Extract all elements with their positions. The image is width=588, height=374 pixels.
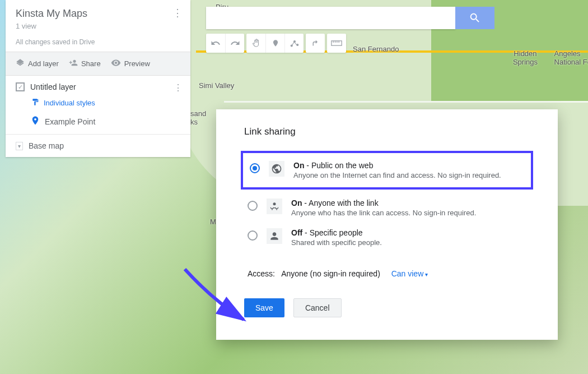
map-label-m: M xyxy=(210,218,216,226)
person-icon xyxy=(267,228,282,244)
opt1-bold: On xyxy=(293,161,304,170)
example-point-item[interactable]: Example Point xyxy=(30,116,180,127)
layers-icon xyxy=(16,58,25,69)
point-label: Example Point xyxy=(45,117,95,126)
map-title[interactable]: Kinsta My Maps xyxy=(16,8,180,20)
map-more-menu[interactable]: ⋮ xyxy=(172,7,183,19)
share-button[interactable]: Share xyxy=(69,58,101,69)
hand-icon xyxy=(251,38,261,48)
draw-line-button[interactable] xyxy=(284,34,304,53)
style-label: Individual styles xyxy=(44,99,95,107)
can-view-dropdown[interactable]: Can view xyxy=(391,269,428,278)
map-label-simi: Simi Valley xyxy=(199,81,234,90)
layer-more-menu[interactable]: ⋮ xyxy=(174,82,183,93)
option-link[interactable]: On - Anyone with the link Anyone who has… xyxy=(244,193,530,223)
person-add-icon xyxy=(69,58,78,69)
search-button[interactable] xyxy=(455,7,494,29)
opt3-rest: - Specific people xyxy=(302,228,362,237)
search-icon xyxy=(469,12,481,24)
opt3-bold: Off xyxy=(291,228,302,237)
basemap-label: Base map xyxy=(29,141,64,150)
cancel-button[interactable]: Cancel xyxy=(293,298,342,317)
undo-button[interactable] xyxy=(206,34,225,53)
basemap-row[interactable]: ▾ Base map xyxy=(6,134,190,157)
directions-button[interactable] xyxy=(306,34,325,53)
add-marker-button[interactable] xyxy=(265,34,284,53)
opt2-bold: On xyxy=(291,198,302,207)
radio-public[interactable] xyxy=(250,163,260,173)
add-layer-label: Add layer xyxy=(28,59,59,68)
paint-roller-icon xyxy=(31,98,39,108)
preview-button[interactable]: Preview xyxy=(111,58,150,70)
pan-tool-button[interactable] xyxy=(246,34,265,53)
map-label-sanfernando: San Fernando xyxy=(353,45,399,53)
map-label-sand: sand ks xyxy=(190,109,206,126)
access-value: Anyone (no sign-in required) xyxy=(281,269,380,278)
link-person-icon xyxy=(267,198,282,214)
link-sharing-dialog: Link sharing On - Public on the web Anyo… xyxy=(216,109,558,340)
opt1-desc: Anyone on the Internet can find and acce… xyxy=(293,171,524,179)
access-label: Access: xyxy=(248,269,275,278)
option-specific[interactable]: Off - Specific people Shared with specif… xyxy=(244,223,530,252)
eye-icon xyxy=(111,58,121,70)
map-label-hidden: Hidden Springs xyxy=(513,49,538,66)
marker-icon xyxy=(272,38,279,48)
redo-icon xyxy=(230,38,240,48)
map-label-angeles: Angeles National Fo xyxy=(554,49,588,66)
svg-point-2 xyxy=(296,44,298,46)
individual-styles-button[interactable]: Individual styles xyxy=(31,98,180,108)
opt2-desc: Anyone who has the link can access. No s… xyxy=(291,209,526,217)
polyline-icon xyxy=(290,38,300,48)
redo-button[interactable] xyxy=(225,34,244,53)
share-label: Share xyxy=(81,59,101,68)
layer-checkbox-icon[interactable]: ✓ xyxy=(16,82,25,91)
search-input[interactable] xyxy=(206,7,455,29)
directions-icon xyxy=(310,38,320,48)
save-status: All changes saved in Drive xyxy=(16,38,180,46)
pin-icon xyxy=(30,116,40,127)
dialog-title: Link sharing xyxy=(244,126,530,137)
ruler-icon xyxy=(331,40,342,47)
opt2-rest: - Anyone with the link xyxy=(302,198,378,207)
globe-icon xyxy=(269,161,284,177)
radio-specific[interactable] xyxy=(248,230,258,241)
sidebar-panel: Kinsta My Maps 1 view All changes saved … xyxy=(6,0,190,157)
preview-label: Preview xyxy=(124,59,150,68)
opt3-desc: Shared with specific people. xyxy=(291,238,526,247)
svg-point-4 xyxy=(273,202,276,205)
layer-name[interactable]: Untitled layer xyxy=(30,82,76,91)
opt1-rest: - Public on the web xyxy=(304,161,373,170)
view-count: 1 view xyxy=(16,22,180,30)
radio-link[interactable] xyxy=(248,201,258,211)
measure-button[interactable] xyxy=(327,34,346,53)
add-layer-button[interactable]: Add layer xyxy=(16,58,59,69)
option-public[interactable]: On - Public on the web Anyone on the Int… xyxy=(241,151,533,190)
undo-icon xyxy=(211,38,221,48)
chevron-down-icon: ▾ xyxy=(16,142,23,150)
save-button[interactable]: Save xyxy=(244,298,284,317)
